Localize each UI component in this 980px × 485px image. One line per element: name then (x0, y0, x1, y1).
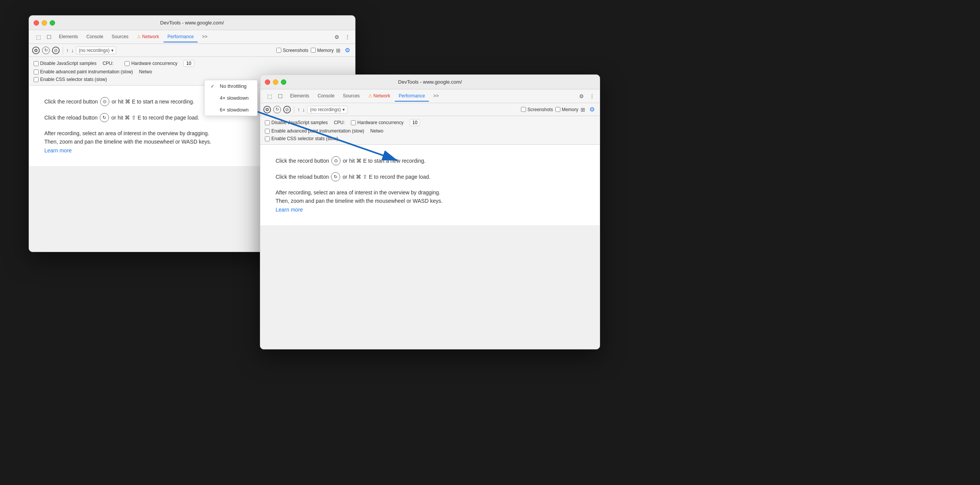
hardware-value-1[interactable]: 10 (183, 60, 194, 67)
tab-network-1[interactable]: ⚠Network (133, 32, 163, 42)
perf-toolbar-2: ↻ ⊘ ↑ ↓ (no recordings) ▾ Screenshots Me… (260, 103, 600, 116)
tab-elements-1[interactable]: Elements (55, 32, 82, 42)
network-row-2: Netwo (370, 128, 383, 134)
memory-checkbox-2[interactable]: Memory (555, 107, 578, 112)
minimize-button-2[interactable] (273, 79, 278, 85)
throttle-6x-1[interactable]: 6× slowdown (204, 104, 257, 116)
maximize-button-2[interactable] (281, 79, 286, 85)
upload-icon-1[interactable]: ↑ (66, 47, 69, 53)
window-title-1: DevTools - www.google.com/ (160, 20, 224, 26)
record-inner-1 (34, 49, 37, 52)
inspect-icon[interactable]: ⬚ (34, 32, 43, 42)
more-icon-1[interactable]: ⋮ (343, 32, 352, 42)
clear-button-2[interactable]: ⊘ (283, 106, 291, 113)
dropdown-arrow-1: ▾ (111, 48, 114, 53)
throttle-4x-1[interactable]: 4× slowdown (204, 92, 257, 104)
screenshots-checkbox-1[interactable]: Screenshots (276, 48, 308, 53)
settings-gear-2[interactable]: ⚙ (587, 105, 597, 114)
tab-performance-2[interactable]: Performance (395, 91, 429, 102)
recordings-dropdown-1[interactable]: (no recordings) ▾ (76, 47, 116, 54)
record-button-1[interactable] (32, 47, 40, 54)
tab-list-2: Elements Console Sources ⚠Network Perfor… (286, 91, 443, 102)
tab-more-2[interactable]: >> (430, 91, 443, 102)
hardware-concurrency-2[interactable]: Hardware concurrency (351, 120, 404, 125)
cpu-badge-icon-1[interactable]: ⊞ (336, 47, 341, 53)
more-icon-2[interactable]: ⋮ (587, 92, 597, 101)
tab-console-2[interactable]: Console (314, 91, 338, 102)
cpu-badge-icon-2[interactable]: ⊞ (581, 107, 585, 113)
recordings-dropdown-2[interactable]: (no recordings) ▾ (307, 106, 347, 113)
close-button-2[interactable] (265, 79, 270, 85)
hardware-concurrency-1[interactable]: Hardware concurrency (125, 61, 177, 66)
tab-bar-1: ⬚ ☐ Elements Console Sources ⚠Network Pe… (29, 30, 355, 44)
after-para-2: After recording, select an area of inter… (276, 188, 584, 214)
close-button-1[interactable] (34, 20, 39, 26)
minimize-button-1[interactable] (42, 20, 47, 26)
download-icon-2[interactable]: ↓ (302, 107, 305, 113)
learn-more-2[interactable]: Learn more (276, 207, 303, 213)
dropdown-arrow-2: ▾ (342, 107, 345, 112)
reload-instruction-2: Click the reload button ↻ or hit ⌘ ⇧ E t… (276, 172, 584, 181)
record-button-2[interactable] (263, 106, 271, 113)
css-selector-checkbox-1[interactable]: Enable CSS selector stats (slow) (34, 77, 107, 82)
memory-checkbox-1[interactable]: Memory (311, 48, 334, 53)
device-icon[interactable]: ☐ (44, 32, 54, 42)
reload-button-1[interactable]: ↻ (42, 47, 50, 54)
content-area-2: Click the record button ⊙ or hit ⌘ E to … (260, 145, 600, 225)
inspect-icon-2[interactable]: ⬚ (265, 92, 274, 101)
check-icon-1: ✓ (211, 84, 217, 89)
record-inline-icon-2: ⊙ (331, 156, 341, 165)
devtools-toolbar-icons-2: ⬚ ☐ (265, 92, 285, 101)
sep-1 (63, 47, 63, 54)
tab-network-2[interactable]: ⚠Network (364, 91, 394, 102)
reload-inline-icon-2: ↻ (331, 172, 340, 181)
title-bar-1: DevTools - www.google.com/ (29, 16, 355, 30)
settings-icon-1[interactable]: ⚙ (332, 32, 341, 42)
tab-elements-2[interactable]: Elements (286, 91, 313, 102)
clear-button-1[interactable]: ⊘ (52, 47, 60, 54)
record-inline-icon-1: ⊙ (100, 97, 109, 106)
advanced-paint-checkbox-2[interactable]: Enable advanced paint instrumentation (s… (265, 128, 364, 134)
cpu-dropdown-placeholder-1 (117, 61, 118, 66)
screenshots-checkbox-2[interactable]: Screenshots (521, 107, 553, 112)
throttle-none-1[interactable]: ✓ No throttling (204, 80, 257, 92)
tab-performance-1[interactable]: Performance (164, 32, 198, 42)
window-title-2: DevTools - www.google.com/ (398, 79, 462, 85)
advanced-paint-checkbox-1[interactable]: Enable advanced paint instrumentation (s… (34, 69, 133, 74)
hardware-value-2[interactable]: 10 (410, 119, 420, 126)
css-selector-checkbox-2[interactable]: Enable CSS selector stats (slow) (265, 136, 338, 141)
tab-bar-2: ⬚ ☐ Elements Console Sources ⚠Network Pe… (260, 89, 600, 103)
settings-gear-1[interactable]: ⚙ (343, 46, 352, 55)
settings-area-2: Disable JavaScript samples CPU: Hardware… (260, 116, 600, 145)
cpu-dropdown-menu-1: ✓ No throttling 4× slowdown 6× slowdown (204, 80, 258, 116)
settings-row-2a: Disable JavaScript samples CPU: Hardware… (265, 119, 595, 126)
cpu-row-2: CPU: (334, 120, 345, 125)
settings-row-1b: Enable advanced paint instrumentation (s… (34, 69, 350, 74)
upload-icon-2[interactable]: ↑ (297, 107, 300, 113)
record-inner-2 (266, 108, 269, 111)
settings-row-1a: Disable JavaScript samples CPU: Hardware… (34, 60, 350, 67)
network-row-1: Netwo (139, 69, 152, 74)
tab-sources-1[interactable]: Sources (108, 32, 132, 42)
traffic-lights-1 (34, 20, 55, 26)
reload-inline-icon-1: ↻ (100, 113, 109, 122)
learn-more-1[interactable]: Learn more (44, 147, 72, 154)
devtools-window-2: DevTools - www.google.com/ ⬚ ☐ Elements … (260, 74, 600, 349)
perf-toolbar-1: ↻ ⊘ ↑ ↓ (no recordings) ▾ Screenshots Me… (29, 44, 355, 57)
disable-js-checkbox-2[interactable]: Disable JavaScript samples (265, 120, 328, 125)
settings-row-2c: Enable CSS selector stats (slow) (265, 136, 595, 141)
settings-icon-2[interactable]: ⚙ (577, 92, 586, 101)
device-icon-2[interactable]: ☐ (276, 92, 285, 101)
devtools-toolbar-icons-1: ⬚ ☐ (34, 32, 54, 42)
reload-button-2[interactable]: ↻ (273, 106, 281, 113)
sep-2 (294, 106, 294, 113)
traffic-lights-2 (265, 79, 286, 85)
disable-js-checkbox-1[interactable]: Disable JavaScript samples (34, 61, 96, 66)
cpu-row-1: CPU: (102, 61, 118, 66)
tab-more-1[interactable]: >> (198, 32, 211, 42)
tab-sources-2[interactable]: Sources (339, 91, 363, 102)
download-icon-1[interactable]: ↓ (71, 47, 74, 53)
tab-console-1[interactable]: Console (83, 32, 107, 42)
maximize-button-1[interactable] (50, 20, 55, 26)
title-bar-2: DevTools - www.google.com/ (260, 75, 600, 89)
